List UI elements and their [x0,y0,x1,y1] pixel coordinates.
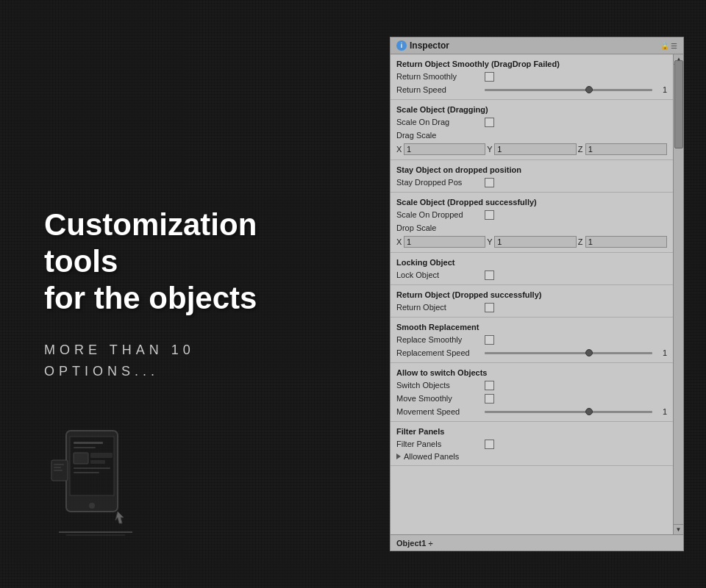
section-header-scale-dropped: Scale Object (Dropped successfully) [396,196,667,208]
section-locking: Locking Object Lock Object [391,253,673,285]
info-icon: i [396,40,407,51]
section-header-stay-object: Stay Object on dropped position [396,163,667,176]
slider-track-movement-speed [485,411,652,413]
label-replace-smoothly: Replace Smoothly [396,335,485,344]
prop-replacement-speed: Replacement Speed 1 [396,346,667,359]
svg-rect-4 [74,447,96,448]
svg-rect-8 [74,467,110,469]
checkbox-scale-on-drag[interactable] [485,118,494,127]
drop-scale-xyz: X 1 Y 1 Z 1 [396,234,667,249]
drop-scale-z-field[interactable]: 1 [585,236,667,248]
svg-rect-9 [74,472,99,473]
svg-rect-1 [70,437,114,495]
section-header-scale-dragging: Scale Object (Dragging) [396,103,667,115]
checkbox-stay-dropped-pos[interactable] [485,178,494,187]
section-smooth-replacement: Smooth Replacement Replace Smoothly Repl… [391,318,673,363]
lock-icon[interactable]: 🔒 [660,42,669,50]
sub-heading: MORE THAN 10 OPTIONS... [44,340,195,382]
checkbox-replace-smoothly[interactable] [485,335,494,345]
label-scale-on-drag: Scale On Drag [396,118,485,126]
prop-return-speed: Return Speed 1 [396,83,667,96]
drop-scale-y-label: Y [487,237,493,246]
prop-scale-on-drag: Scale On Drag [396,115,667,129]
slider-value-movement-speed: 1 [655,407,667,416]
inspector-content: Return Object Smoothly (DragDrop Failed)… [391,54,673,534]
checkbox-lock-object[interactable] [485,270,494,280]
label-stay-dropped-pos: Stay Dropped Pos [396,178,485,187]
svg-point-2 [89,503,95,509]
label-movement-speed: Movement Speed [396,407,485,416]
menu-icon[interactable]: ☰ [671,42,677,50]
slider-replacement-speed[interactable]: 1 [485,348,667,357]
drag-scale-z-field[interactable]: 1 [585,143,667,155]
bottom-label: Object1 ÷ [396,539,432,548]
scrollbar-track[interactable]: ▲ ▼ [673,54,683,534]
section-header-locking: Locking Object [396,256,667,268]
drag-scale-x-label: X [396,145,402,154]
prop-move-smoothly: Move Smoothly [396,392,667,405]
section-return-smoothly: Return Object Smoothly (DragDrop Failed)… [391,54,673,100]
slider-track-replacement-speed [485,352,652,354]
checkbox-move-smoothly[interactable] [485,394,494,404]
main-heading: Customization toolsfor the objects [44,207,309,318]
label-filter-panels: Filter Panels [396,440,485,448]
slider-return-speed[interactable]: 1 [485,85,667,94]
scrollbar-thumb[interactable] [674,60,683,148]
drop-scale-y-field[interactable]: 1 [494,236,576,248]
left-panel: Customization toolsfor the objects MORE … [0,0,353,588]
prop-lock-object: Lock Object [396,268,667,282]
slider-track-return-speed [485,89,652,91]
label-drag-scale: Drag Scale [396,131,485,140]
prop-switch-objects: Switch Objects [396,379,667,392]
device-icon [44,423,162,544]
svg-rect-12 [54,464,64,465]
slider-thumb-return-speed [585,86,593,93]
section-header-smooth-replacement: Smooth Replacement [396,320,667,333]
drag-scale-y-label: Y [487,145,493,154]
section-scale-dragging: Scale Object (Dragging) Scale On Drag Dr… [391,100,673,160]
section-stay-object: Stay Object on dropped position Stay Dro… [391,160,673,193]
svg-rect-3 [74,442,103,444]
drag-scale-x-field[interactable]: 1 [404,143,485,155]
inspector-title: Inspector [410,40,449,51]
foldout-triangle-icon [396,453,401,459]
section-filter-panels: Filter Panels Filter Panels Allowed Pane… [391,422,673,466]
drag-scale-xyz: X 1 Y 1 Z 1 [396,142,667,157]
scrollbar-arrow-down[interactable]: ▼ [674,524,683,534]
inspector-titlebar: i Inspector 🔒 ☰ [391,37,683,54]
inspector-bottom-bar: Object1 ÷ [391,534,683,551]
prop-return-smoothly: Return Smoothly [396,70,667,83]
label-allowed-panels: Allowed Panels [404,452,492,461]
drop-scale-x-field[interactable]: 1 [404,236,485,248]
inspector-panel: i Inspector 🔒 ☰ Return Object Smoothly (… [390,37,684,551]
slider-value-return-speed: 1 [655,85,667,94]
svg-rect-6 [90,453,113,458]
label-scale-on-dropped: Scale On Dropped [396,210,485,219]
checkbox-scale-on-dropped[interactable] [485,210,494,220]
section-header-switch-objects: Allow to switch Objects [396,366,667,379]
section-return-dropped: Return Object (Dropped successfully) Ret… [391,285,673,318]
slider-thumb-replacement-speed [585,349,593,356]
prop-stay-dropped-pos: Stay Dropped Pos [396,176,667,189]
prop-scale-on-dropped: Scale On Dropped [396,208,667,221]
allowed-panels-foldout[interactable]: Allowed Panels [396,451,667,462]
section-scale-dropped: Scale Object (Dropped successfully) Scal… [391,193,673,253]
drag-scale-y-field[interactable]: 1 [494,143,576,155]
label-drop-scale: Drop Scale [396,223,485,232]
checkbox-return-smoothly[interactable] [485,72,494,82]
slider-thumb-movement-speed [585,408,593,415]
svg-rect-13 [54,467,61,468]
section-header-return-smoothly: Return Object Smoothly (DragDrop Failed) [396,57,667,70]
checkbox-switch-objects[interactable] [485,381,494,390]
slider-movement-speed[interactable]: 1 [485,407,667,416]
checkbox-filter-panels[interactable] [485,440,494,449]
label-return-speed: Return Speed [396,85,485,94]
checkbox-return-object[interactable] [485,303,494,312]
prop-filter-panels: Filter Panels [396,437,667,451]
prop-return-object: Return Object [396,301,667,314]
drag-scale-z-label: Z [578,145,584,154]
label-move-smoothly: Move Smoothly [396,394,485,403]
svg-rect-5 [74,453,88,464]
titlebar-controls[interactable]: 🔒 ☰ [660,42,677,50]
label-return-smoothly: Return Smoothly [396,72,485,81]
